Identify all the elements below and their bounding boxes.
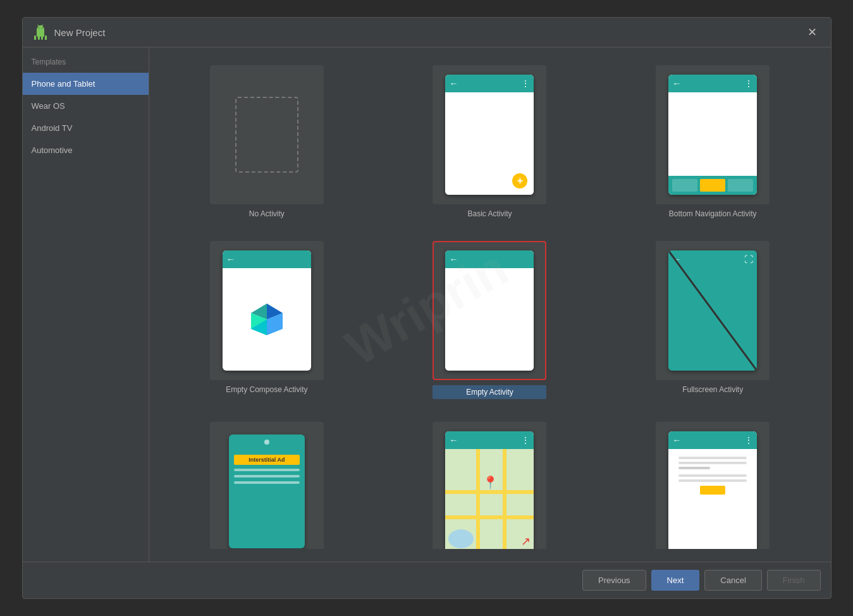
menu-dots-icon: ⋮ [521, 435, 530, 445]
bottom-nav-item-3 [728, 179, 753, 192]
maps-mock: ← ⋮ 📍 ↗ [445, 431, 534, 549]
compose-body [223, 268, 311, 371]
svg-line-6 [668, 250, 757, 371]
settings-dots-1 [678, 467, 710, 469]
interstitial-dot [264, 440, 269, 445]
dialog-title: New Project [54, 27, 804, 38]
no-activity-preview [210, 65, 324, 204]
template-fullscreen[interactable]: ← ⛶ Fullscreen Activity [608, 236, 818, 404]
interstitial-preview-box: Interstitial Ad [210, 422, 324, 549]
compose-android-cube-icon [248, 300, 286, 338]
fullscreen-preview-box: ← ⛶ [656, 241, 770, 380]
settings-line-2 [678, 462, 747, 464]
close-button[interactable]: ✕ [804, 24, 821, 40]
sidebar: Templates Phone and Tablet Wear OS Andro… [23, 47, 149, 562]
cancel-button[interactable]: Cancel [704, 570, 761, 591]
finish-button[interactable]: Finish [767, 570, 821, 591]
settings-toolbar: ← ⋮ [668, 431, 757, 449]
main-content: Wriprin No Activity ← ⋮ [149, 47, 831, 562]
bottom-nav-item-2 [700, 179, 725, 192]
empty-body [445, 268, 534, 371]
map-road-h-2 [445, 515, 534, 519]
basic-body: + [445, 92, 534, 195]
empty-compose-preview: ← [210, 241, 324, 380]
empty-compose-label: Empty Compose Activity [226, 385, 307, 394]
settings-btn [700, 486, 725, 495]
sidebar-item-phone-tablet[interactable]: Phone and Tablet [23, 73, 149, 95]
android-icon [33, 25, 48, 40]
map-road-v-2 [503, 449, 506, 549]
template-settings[interactable]: ← ⋮ [608, 417, 818, 549]
back-arrow-icon: ← [449, 435, 458, 445]
back-arrow-icon: ← [449, 254, 458, 264]
basic-activity-label: Basic Activity [467, 209, 512, 218]
sidebar-item-android-tv[interactable]: Android TV [23, 117, 149, 139]
maps-toolbar: ← ⋮ [445, 431, 534, 449]
bottom-nav-bar [668, 176, 757, 195]
back-arrow-icon: ← [449, 78, 458, 89]
basic-fab: + [512, 173, 527, 188]
map-water [448, 529, 474, 548]
interstitial-line-1 [234, 469, 300, 471]
interstitial-line-2 [234, 475, 300, 477]
sidebar-item-wear-os[interactable]: Wear OS [23, 95, 149, 117]
no-activity-dashed-box [235, 97, 298, 173]
template-interstitial-ad[interactable]: Interstitial Ad Interstitial Ad [162, 417, 372, 549]
template-empty-compose[interactable]: ← [162, 236, 372, 404]
template-no-activity[interactable]: No Activity [162, 60, 372, 223]
maps-preview-box: ← ⋮ 📍 ↗ [433, 422, 546, 549]
settings-line-4 [678, 479, 747, 482]
settings-preview-box: ← ⋮ [656, 422, 770, 549]
settings-mock: ← ⋮ [668, 431, 757, 549]
template-empty-activity[interactable]: ← Empty Activity [384, 236, 595, 404]
next-button[interactable]: Next [651, 570, 700, 591]
menu-dots-icon: ⋮ [744, 78, 753, 89]
fullscreen-label: Fullscreen Activity [682, 385, 743, 394]
fullscreen-diagonal-svg [668, 250, 757, 371]
bottom-nav-toolbar: ← ⋮ [668, 75, 757, 92]
dialog-body: Templates Phone and Tablet Wear OS Andro… [23, 47, 831, 562]
sidebar-item-label: Automotive [32, 145, 73, 155]
dialog-title-bar: New Project ✕ [23, 18, 831, 47]
map-arrow-icon: ↗ [521, 534, 531, 548]
basic-toolbar: ← ⋮ [445, 75, 534, 92]
compose-toolbar: ← [223, 250, 311, 268]
template-bottom-nav[interactable]: ← ⋮ Bottom Navigation Activity [608, 60, 818, 223]
templates-grid: No Activity ← ⋮ + [162, 60, 818, 549]
settings-line-1 [678, 457, 747, 459]
template-basic-activity[interactable]: ← ⋮ + Basic Activity [384, 60, 595, 223]
bottom-nav-item-1 [672, 179, 697, 192]
sidebar-item-automotive[interactable]: Automotive [23, 139, 149, 161]
menu-dots-icon: ⋮ [521, 78, 530, 89]
sidebar-item-label: Phone and Tablet [32, 79, 95, 89]
empty-toolbar: ← [445, 250, 534, 268]
menu-dots-icon: ⋮ [744, 435, 753, 445]
empty-activity-label: Empty Activity [433, 385, 546, 399]
back-arrow-icon: ← [672, 78, 681, 89]
interstitial-mock: Interstitial Ad [229, 434, 305, 548]
settings-line-3 [678, 474, 747, 477]
interstitial-badge: Interstitial Ad [234, 455, 300, 465]
map-road-v-1 [476, 449, 480, 549]
bottom-nav-body [668, 92, 757, 176]
bottom-nav-mock: ← ⋮ [668, 75, 757, 195]
back-arrow-icon: ← [226, 254, 235, 264]
previous-button[interactable]: Previous [582, 570, 646, 591]
interstitial-line-3 [234, 481, 300, 484]
empty-activity-preview: ← [433, 241, 546, 380]
template-google-maps[interactable]: ← ⋮ 📍 ↗ [384, 417, 595, 549]
compose-mock: ← [223, 250, 311, 371]
new-project-dialog: New Project ✕ Templates Phone and Tablet… [22, 17, 832, 599]
no-activity-label: No Activity [249, 209, 285, 218]
settings-body [668, 449, 757, 549]
bottom-nav-preview: ← ⋮ [656, 65, 770, 204]
dialog-footer: Previous Next Cancel Finish [23, 562, 831, 598]
maps-body: 📍 ↗ [445, 449, 534, 549]
map-road-h-1 [445, 490, 534, 494]
bottom-nav-label: Bottom Navigation Activity [669, 209, 757, 218]
sidebar-item-label: Android TV [32, 123, 73, 133]
empty-activity-mock: ← [445, 250, 534, 371]
sidebar-item-label: Wear OS [32, 101, 65, 111]
fullscreen-mock: ← ⛶ [668, 250, 757, 371]
basic-phone-mock: ← ⋮ + [445, 75, 534, 195]
